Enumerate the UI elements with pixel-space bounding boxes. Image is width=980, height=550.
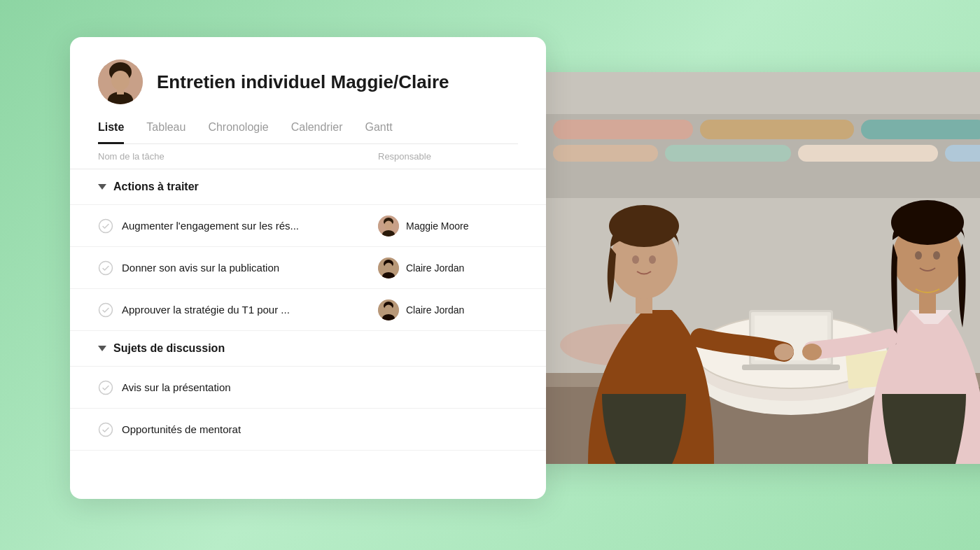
check-circle-icon (98, 302, 113, 318)
svg-rect-4 (117, 87, 124, 94)
svg-point-2 (111, 71, 130, 90)
section-actions[interactable]: Actions à traiter (70, 169, 546, 205)
svg-point-18 (384, 304, 393, 313)
section-discussion[interactable]: Sujets de discussion (70, 331, 546, 367)
svg-rect-41 (742, 365, 840, 370)
svg-point-15 (99, 303, 113, 316)
svg-rect-27 (553, 145, 658, 162)
svg-rect-24 (553, 120, 693, 139)
tab-liste[interactable]: Liste (98, 121, 124, 144)
section-actions-title: Actions à traiter (113, 181, 199, 193)
svg-rect-25 (700, 120, 854, 139)
tab-calendrier[interactable]: Calendrier (291, 121, 343, 144)
table-row[interactable]: Avis sur la présentation (70, 367, 546, 409)
check-circle-icon (98, 218, 113, 234)
svg-point-54 (933, 251, 940, 260)
task-name: Donner son avis sur la publication (122, 262, 279, 274)
svg-rect-26 (861, 120, 980, 139)
task-responsible: Claire Jordan (378, 299, 518, 320)
avatar (378, 299, 399, 320)
task-name: Opportunités de mentorat (122, 423, 241, 435)
col-responsible-header: Responsable (378, 151, 518, 162)
responsible-name: Maggie Moore (406, 220, 469, 232)
col-task-header: Nom de la tâche (98, 151, 378, 162)
svg-point-53 (915, 251, 922, 260)
svg-point-13 (384, 262, 393, 272)
avatar (378, 216, 399, 237)
svg-point-55 (802, 344, 822, 360)
table-row[interactable]: Approuver la stratégie du T1 pour ... Cl… (70, 289, 546, 331)
tab-tableau[interactable]: Tableau (146, 121, 186, 144)
svg-point-20 (99, 381, 113, 394)
section-discussion-title: Sujets de discussion (113, 342, 225, 355)
tabs: Liste Tableau Chronologie Calendrier Gan… (98, 121, 518, 144)
check-circle-icon (98, 380, 113, 395)
card-header: Entretien individuel Maggie/Claire Liste… (70, 37, 546, 144)
task-name: Augmenter l'engagement sur les rés... (122, 220, 299, 232)
svg-point-47 (649, 255, 656, 264)
table-row[interactable]: Augmenter l'engagement sur les rés... Ma… (70, 205, 546, 247)
responsible-name: Claire Jordan (406, 304, 464, 316)
task-name: Avis sur la présentation (122, 381, 231, 393)
svg-rect-28 (665, 145, 791, 162)
table-row[interactable]: Donner son avis sur la publication Clair… (70, 247, 546, 289)
task-responsible: Maggie Moore (378, 216, 518, 237)
svg-rect-29 (798, 145, 938, 162)
table-row[interactable]: Opportunités de mentorat (70, 409, 546, 451)
svg-rect-30 (945, 145, 980, 162)
tab-gantt[interactable]: Gantt (365, 121, 392, 144)
svg-point-10 (99, 261, 113, 274)
check-circle-icon (98, 422, 113, 437)
svg-point-52 (891, 200, 964, 245)
column-headers: Nom de la tâche Responsable (70, 144, 546, 169)
svg-point-48 (774, 344, 794, 360)
header-top: Entretien individuel Maggie/Claire (98, 59, 518, 104)
svg-point-5 (99, 219, 113, 232)
tab-chronologie[interactable]: Chronologie (208, 121, 268, 144)
check-circle-icon (98, 260, 113, 276)
svg-point-21 (99, 423, 113, 436)
task-responsible: Claire Jordan (378, 258, 518, 278)
svg-point-8 (384, 220, 393, 230)
page-title: Entretien individuel Maggie/Claire (157, 71, 449, 93)
svg-point-46 (632, 255, 639, 264)
chevron-down-icon (98, 184, 106, 190)
main-container: Entretien individuel Maggie/Claire Liste… (70, 37, 910, 513)
meeting-image (532, 72, 980, 464)
task-card: Entretien individuel Maggie/Claire Liste… (70, 37, 546, 499)
avatar (378, 258, 399, 278)
svg-point-45 (609, 205, 679, 247)
responsible-name: Claire Jordan (406, 262, 464, 274)
task-name: Approuver la stratégie du T1 pour ... (122, 304, 290, 316)
avatar (98, 59, 143, 104)
chevron-down-icon (98, 346, 106, 351)
